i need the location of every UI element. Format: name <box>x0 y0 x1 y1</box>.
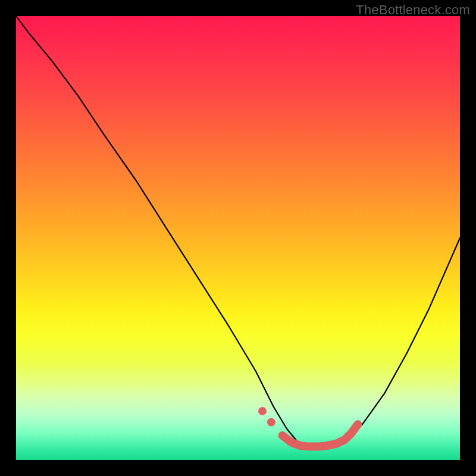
svg-point-0 <box>258 407 267 415</box>
watermark-text: TheBottleneck.com <box>356 2 470 18</box>
svg-point-1 <box>267 418 275 427</box>
chart-overlay <box>16 16 460 460</box>
plot-area <box>16 16 460 460</box>
bottleneck-curve <box>16 16 460 447</box>
chart-frame: TheBottleneck.com <box>0 0 476 476</box>
highlight-band <box>258 407 358 447</box>
